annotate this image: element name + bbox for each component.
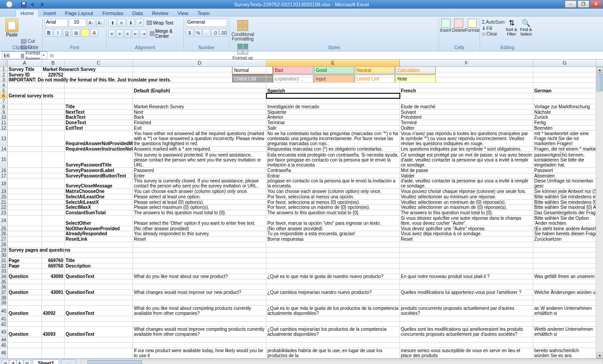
cell[interactable] <box>8 110 42 115</box>
cell[interactable] <box>266 316 400 321</box>
row-header[interactable]: 21 <box>0 200 8 205</box>
cell[interactable] <box>65 88 133 93</box>
cell[interactable]: Reset <box>400 237 533 242</box>
cell[interactable] <box>400 67 533 72</box>
cell[interactable] <box>8 115 42 120</box>
minimize-button[interactable]: – <box>565 0 577 8</box>
save-icon[interactable] <box>20 1 27 8</box>
cell[interactable] <box>266 242 400 247</box>
cell[interactable]: Was gefällt Ihnen an unserem Pro <box>533 274 596 279</box>
row-header[interactable]: 13 <box>0 131 8 146</box>
cell[interactable]: Was gefällt Ihnen am besten an W anderen… <box>533 306 596 316</box>
cell[interactable]: Bitte wählen Sie mindestens eine <box>533 194 596 199</box>
cell[interactable]: Diese Umfrage ist momentan gesc <box>533 178 596 188</box>
cell[interactable] <box>8 178 42 188</box>
cell[interactable]: General survey texts <box>8 93 42 98</box>
cell[interactable]: Spanish <box>266 88 400 93</box>
cell[interactable] <box>42 115 65 120</box>
cell[interactable]: RequiredAnswerNotProvidedMess <box>65 131 133 146</box>
column-header-B[interactable]: B <box>42 60 65 66</box>
align-center-button[interactable]: ≡ <box>116 30 123 38</box>
cell[interactable] <box>133 263 266 268</box>
row-header[interactable]: 42 <box>0 322 8 327</box>
cell[interactable] <box>42 194 65 199</box>
cell[interactable]: QuestionText <box>65 274 133 279</box>
cell[interactable] <box>42 178 65 188</box>
cell[interactable]: Answers marked with a * are required. <box>133 147 266 152</box>
cell[interactable] <box>133 93 266 98</box>
cell[interactable] <box>8 126 42 131</box>
cell[interactable]: What do you like most about our new prod… <box>133 274 266 279</box>
cell[interactable]: 43092 <box>42 306 65 316</box>
cell[interactable] <box>65 67 133 72</box>
cell[interactable]: ResetLink <box>65 237 133 242</box>
cell[interactable]: Esta encuesta está cerrada. Si necesita … <box>266 178 400 188</box>
cell[interactable] <box>42 337 65 342</box>
cell[interactable] <box>42 210 65 215</box>
cell[interactable] <box>133 300 266 305</box>
fill-button[interactable]: ⬇Fill <box>482 26 505 31</box>
cell[interactable]: Diese Umfrage ist passwortgeschü kennen,… <box>533 152 596 167</box>
inc-decimal-button[interactable]: .0 <box>211 29 219 37</box>
row-header[interactable]: 40 <box>0 306 8 316</box>
row-header[interactable]: 6 <box>0 93 8 98</box>
cell[interactable]: Finished <box>133 120 266 125</box>
row-header[interactable]: 8 <box>0 104 8 109</box>
sheet-nav-first[interactable]: ⏮ <box>2 360 9 364</box>
cell[interactable] <box>266 258 400 263</box>
cell[interactable]: NoOtherAnswerProvided <box>65 226 133 231</box>
cell[interactable]: Please select at least {0} option(s). <box>133 200 266 205</box>
comma-button[interactable]: , <box>203 29 210 37</box>
cell[interactable]: Si nuestro nuevo producto estuviera disp… <box>266 348 400 358</box>
cell[interactable] <box>42 110 65 115</box>
row-header[interactable]: 29 <box>0 248 8 253</box>
cell[interactable] <box>533 279 596 284</box>
cell[interactable]: 229752 <box>42 72 65 77</box>
align-right-button[interactable]: ≡ <box>124 30 131 38</box>
autosum-button[interactable]: ΣAutoSum <box>482 19 505 25</box>
cell[interactable]: Tu ya respondiste a esta encuesta, graci… <box>266 231 400 236</box>
cell[interactable]: Passwort <box>533 168 596 173</box>
cell[interactable] <box>533 83 596 88</box>
tab-data[interactable]: Data <box>128 10 147 17</box>
orientation-button[interactable]: ↗ <box>136 19 144 27</box>
cell[interactable] <box>65 99 133 104</box>
cell[interactable]: Terminé <box>400 120 533 125</box>
cell[interactable]: Wenn unser neues Produkt bereits wahrsch… <box>533 348 596 358</box>
cell[interactable]: Por favor, selecciona al menos {0} opció… <box>266 200 400 205</box>
cell[interactable]: RequiredAnswerInstructionNotice <box>65 147 133 152</box>
cell[interactable] <box>400 268 533 273</box>
cell[interactable] <box>400 99 533 104</box>
cell[interactable]: NextText <box>65 110 133 115</box>
cell[interactable]: ConstantSumTotal <box>65 210 133 215</box>
cell[interactable]: Zurücksetzen <box>533 237 596 242</box>
tab-page-layout[interactable]: Page Layout <box>61 10 98 17</box>
cell[interactable] <box>65 279 133 284</box>
cell[interactable]: Question <box>8 306 42 316</box>
row-header[interactable]: 28 <box>0 242 8 247</box>
row-header[interactable]: 37 <box>0 290 8 295</box>
cell[interactable] <box>42 147 65 152</box>
cell[interactable]: Borrar respuestas <box>266 237 400 242</box>
cell[interactable]: Terminar <box>266 120 400 125</box>
currency-button[interactable]: $ <box>186 29 194 37</box>
formula-input[interactable] <box>57 51 603 59</box>
grow-font-button[interactable]: A↑ <box>87 19 95 27</box>
cell[interactable] <box>400 316 533 321</box>
cell[interactable] <box>42 104 65 109</box>
row-header[interactable]: 11 <box>0 120 8 125</box>
cell[interactable]: The answers to this question must total … <box>133 210 266 215</box>
row-header[interactable]: 41 <box>0 316 8 321</box>
delete-cells-button[interactable]: Delete <box>452 19 465 33</box>
cell[interactable]: Welche Änderungen würden Wettb anderen U… <box>533 327 596 337</box>
cell[interactable]: En quoi notre nouveau produit vous plait… <box>400 274 533 279</box>
cell[interactable] <box>42 316 65 321</box>
cell[interactable] <box>133 337 266 342</box>
row-header[interactable]: 39 <box>0 300 8 305</box>
horizontal-scrollbar[interactable] <box>81 360 603 364</box>
row-header[interactable]: 36 <box>0 284 8 289</box>
cell[interactable] <box>8 173 42 178</box>
cell[interactable]: SurveyCloseMessage <box>65 178 133 188</box>
cell[interactable]: What do you like most about competing pr… <box>133 306 266 316</box>
cell[interactable]: 43093 <box>42 327 65 337</box>
